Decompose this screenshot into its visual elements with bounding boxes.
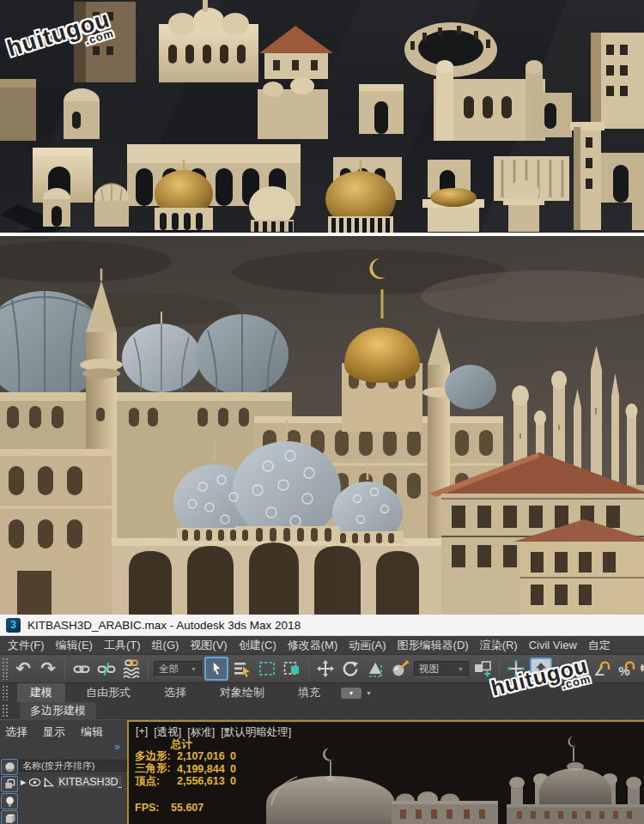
bind-to-space-warp-button[interactable] [120,657,143,680]
magnet-hook-icon [599,657,611,673]
chevron-down-icon: ▼ [349,690,355,696]
3dsmax-app-icon: 3 [6,618,21,633]
ribbon-panel-row: 多边形建模 [0,702,644,720]
toolbar-separator [557,658,558,679]
undo-button[interactable]: ↶ [12,657,34,680]
scene-object-name[interactable]: KITBASH3D_AR [57,776,122,788]
cube-icon [4,813,15,824]
menu-tools[interactable]: 工具(T) [104,638,141,653]
menu-animation[interactable]: 动画(A) [349,638,386,653]
ribbon-minimize-button[interactable]: ▼ [341,688,361,699]
coord-system-value: 视图 [419,663,439,676]
expand-arrow-icon[interactable]: ▶ [21,779,26,786]
menu-modifiers[interactable]: 修改器(M) [288,638,338,653]
spinner-snap-toggle-button[interactable]: ▲ ▼ [639,664,644,673]
mirror-button[interactable] [471,657,494,680]
display-objects-button[interactable] [1,810,18,824]
bind-space-warp-icon [121,659,142,678]
ribbon-tab-object-paint[interactable]: 对象绘制 [207,683,277,702]
window-crossing-toggle[interactable] [281,657,303,680]
screenshot-root: huitugou.com [0,0,644,824]
toolbar-separator [64,658,65,679]
geometry-type-icon [44,777,54,787]
scene-explorer-menu: 选择 显示 编辑 [5,724,103,740]
visibility-eye-icon[interactable] [28,778,41,787]
menu-create[interactable]: 创建(C) [239,638,276,653]
stats-fps-row: FPS: 55.607 [135,802,247,814]
keyboard-shortcut-override-toggle[interactable] [530,657,552,680]
explorer-menu-select[interactable]: 选择 [5,724,27,740]
perspective-viewport[interactable]: [+] [透视] [标准] [默认明暗处理] 总计 多边形: 2,107,016… [127,720,644,824]
toolbar-separator [148,658,149,679]
toolbar-grip[interactable] [2,657,8,680]
select-and-link-button[interactable] [70,657,93,680]
menu-group[interactable]: 组(G) [152,638,179,653]
scene-object-row[interactable]: ▶ KITBASH3D_AR [19,775,127,789]
ribbon-panel-grip[interactable] [2,704,8,718]
window-title: KITBASH3D_ARABIC.max - Autodesk 3ds Max … [27,619,301,632]
ribbon-tab-selection[interactable]: 选择 [151,683,199,702]
redo-button[interactable]: ↷ [37,657,59,680]
city-render-preview [0,236,644,615]
selection-filter-value: 全部 [159,663,179,676]
mirror-icon [473,660,492,677]
menu-bar: 文件(F) 编辑(E) 工具(T) 组(G) 视图(V) 创建(C) 修改器(M… [0,636,644,655]
up-arrow-icon [535,662,547,676]
selection-region-icon [258,660,276,677]
explorer-overflow-chevrons[interactable]: » [114,741,120,753]
select-object-button[interactable] [204,657,228,681]
snaps-toggle-button[interactable] [505,657,527,680]
ribbon-tab-modeling[interactable]: 建模 [17,683,65,702]
snap-toggle-25d-button[interactable]: 25 [563,657,586,680]
angle-snap-toggle-button[interactable]: ∠ [588,657,611,680]
window-crossing-icon [283,660,301,677]
toolbar-separator [308,658,309,679]
select-and-manipulate-button[interactable] [389,657,411,680]
selection-filter-dropdown[interactable]: 全部 ▼ [154,661,202,677]
toolbar-separator [499,658,500,679]
ribbon-tab-freeform[interactable]: 自由形式 [73,683,143,702]
percent-snap-toggle-button[interactable]: % [613,657,635,680]
display-geometry-button[interactable] [1,759,18,775]
menu-customize[interactable]: 自定 [588,638,611,653]
select-by-name-button[interactable] [231,657,253,680]
sphere-icon [4,761,15,772]
rectangular-selection-region-button[interactable] [256,657,278,680]
lightbulb-icon [4,796,15,808]
city-illustration [0,236,644,615]
kit-pieces-illustration [0,0,644,233]
move-icon [317,660,334,677]
menu-views[interactable]: 视图(V) [190,638,227,653]
menu-rendering[interactable]: 渲染(R) [480,638,518,653]
viewport-statistics: 总计 多边形: 2,107,016 0 三角形: 4,199,844 0 顶点:… [135,738,247,814]
select-and-scale-button[interactable] [364,657,386,680]
ribbon-grip[interactable] [2,685,8,700]
rotate-icon [342,660,359,677]
select-by-name-icon [234,660,251,677]
magnet-hook-icon [574,657,586,673]
undo-icon: ↶ [15,660,31,678]
scale-icon [367,660,384,677]
menu-graph-editors[interactable]: 图形编辑器(D) [398,638,469,653]
chevron-down-icon: ▼ [191,666,197,672]
menu-edit[interactable]: 编辑(E) [56,638,93,653]
ribbon-tab-populate[interactable]: 填充 [285,683,333,702]
select-cursor-icon [209,661,224,676]
explorer-menu-display[interactable]: 显示 [43,724,65,740]
chevron-down-icon[interactable]: ▼ [366,690,372,696]
explorer-menu-edit[interactable]: 编辑 [81,724,103,740]
display-lights-button[interactable] [1,793,18,809]
reference-coordinate-system-dropdown[interactable]: 视图 ▼ [414,661,469,677]
unlink-selection-button[interactable] [95,657,118,680]
workspace: 选择 显示 编辑 » 名称(按升序排序) [0,720,644,824]
stats-verts-row: 顶点: 2,556,613 0 [135,775,247,788]
redo-icon: ↷ [40,660,56,678]
layers-icon [4,779,15,790]
select-and-move-button[interactable] [314,657,337,680]
select-and-rotate-button[interactable] [339,657,361,680]
explorer-name-column-header[interactable]: 名称(按升序排序) [19,760,127,772]
polygon-modeling-panel-tab[interactable]: 多边形建模 [20,702,96,720]
menu-civil-view[interactable]: Civil View [529,639,577,651]
menu-file[interactable]: 文件(F) [8,638,45,653]
display-layers-button[interactable] [1,776,18,792]
